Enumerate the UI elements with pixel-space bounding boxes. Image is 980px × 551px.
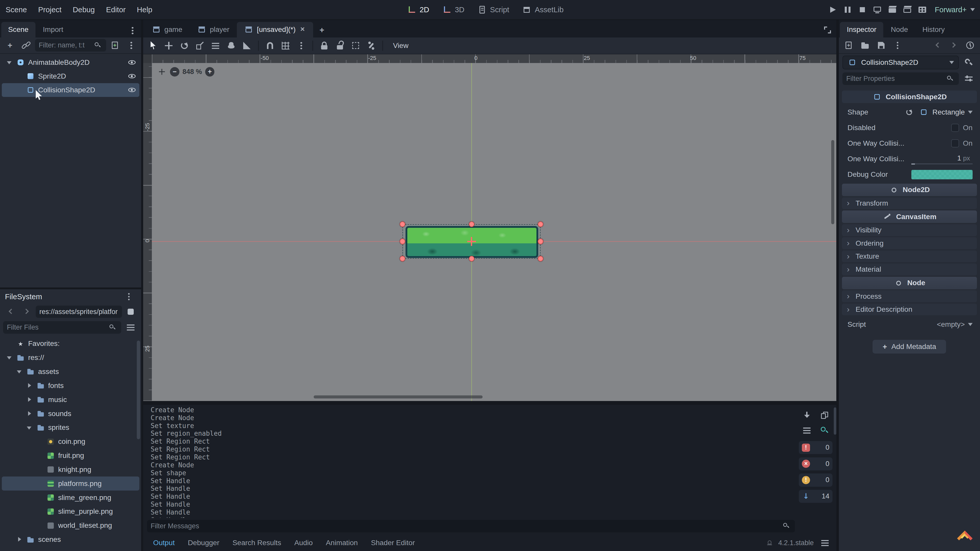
expander-icon[interactable]: [6, 354, 13, 362]
snap-button[interactable]: [294, 39, 309, 52]
expander-icon[interactable]: [25, 424, 33, 431]
view-menu[interactable]: View: [387, 41, 415, 50]
horizontal-scrollbar[interactable]: [313, 395, 482, 399]
filesystem-row[interactable]: world_tileset.png: [2, 519, 139, 533]
resource-extra-button[interactable]: [890, 38, 905, 52]
menu-item[interactable]: Help: [131, 0, 158, 19]
visibility-toggle[interactable]: [126, 70, 138, 83]
zoom-out-button[interactable]: [170, 67, 180, 76]
dock-tab[interactable]: History: [915, 22, 951, 38]
inspector-group[interactable]: Material: [842, 264, 977, 275]
filesystem-row[interactable]: coin.png: [2, 435, 139, 449]
menu-item[interactable]: Scene: [0, 0, 32, 19]
tool-button[interactable]: [239, 39, 255, 52]
filesystem-row[interactable]: sounds: [2, 407, 139, 421]
playback-button[interactable]: [825, 3, 840, 17]
bottom-panel-tab[interactable]: Output: [147, 539, 181, 547]
playback-button[interactable]: [855, 3, 870, 17]
tool-button[interactable]: [177, 39, 192, 52]
log-options-button[interactable]: [818, 536, 832, 550]
filesystem-row[interactable]: sprites: [2, 421, 139, 435]
property-filter-input[interactable]: [846, 75, 942, 83]
history-back-button[interactable]: [930, 38, 945, 52]
inspector-group[interactable]: Visibility: [842, 224, 977, 236]
playback-button[interactable]: [840, 3, 855, 17]
log-scrollbar[interactable]: [834, 407, 836, 435]
shape-value-dropdown[interactable]: Rectangle: [932, 108, 973, 116]
instance-scene-button[interactable]: [19, 38, 34, 52]
filesystem-scrollbar[interactable]: [137, 341, 140, 439]
tool-button[interactable]: [161, 39, 177, 52]
scene-filter-input[interactable]: [39, 41, 90, 49]
fs-filter-input[interactable]: [7, 324, 105, 331]
object-selector[interactable]: CollisionShape2D: [842, 56, 959, 69]
expander-icon[interactable]: [25, 382, 33, 389]
message-filter-input[interactable]: [151, 522, 779, 530]
object-options-button[interactable]: [961, 56, 977, 69]
shape-handle[interactable]: [469, 221, 474, 227]
inspector-group[interactable]: Process: [842, 290, 977, 302]
filesystem-row[interactable]: fruit.png: [2, 449, 139, 463]
filesystem-row[interactable]: scenes: [2, 533, 139, 547]
save-resource-button[interactable]: [874, 38, 889, 52]
filesystem-row[interactable]: res://: [2, 351, 139, 365]
shape-handle[interactable]: [538, 256, 543, 262]
bottom-panel-tab[interactable]: Search Results: [226, 539, 288, 547]
snap-button[interactable]: [262, 39, 277, 52]
bottom-panel-tab[interactable]: Animation: [320, 539, 364, 547]
fs-back-button[interactable]: [3, 305, 18, 319]
2d-viewport[interactable]: -50-250255075 -25025: [143, 54, 836, 401]
filesystem-row[interactable]: Favorites:: [2, 337, 139, 351]
snap-button[interactable]: [278, 39, 293, 52]
expander-icon[interactable]: [25, 410, 33, 417]
add-metadata-button[interactable]: Add Metadata: [873, 340, 946, 354]
revert-property-button[interactable]: [904, 105, 915, 119]
output-tool-button[interactable]: [817, 424, 832, 437]
tool-button[interactable]: [208, 39, 223, 52]
output-tool-button[interactable]: [799, 409, 815, 422]
playback-button[interactable]: [885, 3, 900, 17]
section-collisionshape2d[interactable]: CollisionShape2D: [842, 91, 977, 103]
bottom-panel-tab[interactable]: Debugger: [181, 539, 226, 547]
dock-tab[interactable]: Import: [36, 22, 70, 38]
expander-icon[interactable]: [25, 396, 33, 403]
one-way-collision-checkbox[interactable]: [951, 139, 959, 148]
filesystem-row[interactable]: slime_green.png: [2, 491, 139, 505]
visibility-toggle[interactable]: [126, 84, 138, 96]
playback-button[interactable]: [900, 3, 915, 17]
filesystem-row[interactable]: platforms.png: [2, 476, 139, 491]
playback-button[interactable]: [870, 3, 885, 17]
shape-handle[interactable]: [400, 256, 405, 262]
shape-handle[interactable]: [400, 238, 405, 244]
playback-button[interactable]: [915, 3, 930, 17]
lock-button[interactable]: [332, 39, 348, 52]
add-node-button[interactable]: [3, 38, 18, 52]
scene-tree-row[interactable]: CollisionShape2D: [2, 83, 139, 97]
tool-button[interactable]: [224, 39, 239, 52]
bottom-panel-tab[interactable]: Audio: [288, 539, 319, 547]
shape-handle[interactable]: [538, 221, 543, 227]
expander-icon[interactable]: [16, 536, 23, 543]
filesystem-row[interactable]: assets: [2, 365, 139, 379]
expander-icon[interactable]: [16, 368, 23, 375]
lock-button[interactable]: [364, 39, 379, 52]
workspace-button[interactable]: 2D: [402, 0, 434, 19]
lock-button[interactable]: [317, 39, 332, 52]
vertical-scrollbar[interactable]: [831, 140, 834, 224]
menu-item[interactable]: Project: [32, 0, 67, 19]
zoom-level[interactable]: 848 %: [183, 68, 202, 76]
zoom-in-button[interactable]: [205, 67, 215, 76]
output-tool-button[interactable]: [817, 409, 832, 422]
inspector-group[interactable]: Ordering: [842, 237, 977, 249]
expander-icon[interactable]: [6, 59, 13, 66]
lock-button[interactable]: [348, 39, 363, 52]
close-icon[interactable]: [299, 26, 306, 33]
dock-tab[interactable]: Node: [884, 22, 915, 38]
scene-tab[interactable]: [unsaved](*): [237, 22, 313, 38]
filesystem-row[interactable]: knight.png: [2, 463, 139, 477]
disabled-checkbox[interactable]: [951, 124, 959, 132]
script-value-dropdown[interactable]: <empty>: [937, 321, 973, 329]
shape-handle[interactable]: [538, 238, 543, 244]
filesystem-row[interactable]: music: [2, 392, 139, 407]
message-filter-badge[interactable]: ! 0: [799, 473, 832, 486]
